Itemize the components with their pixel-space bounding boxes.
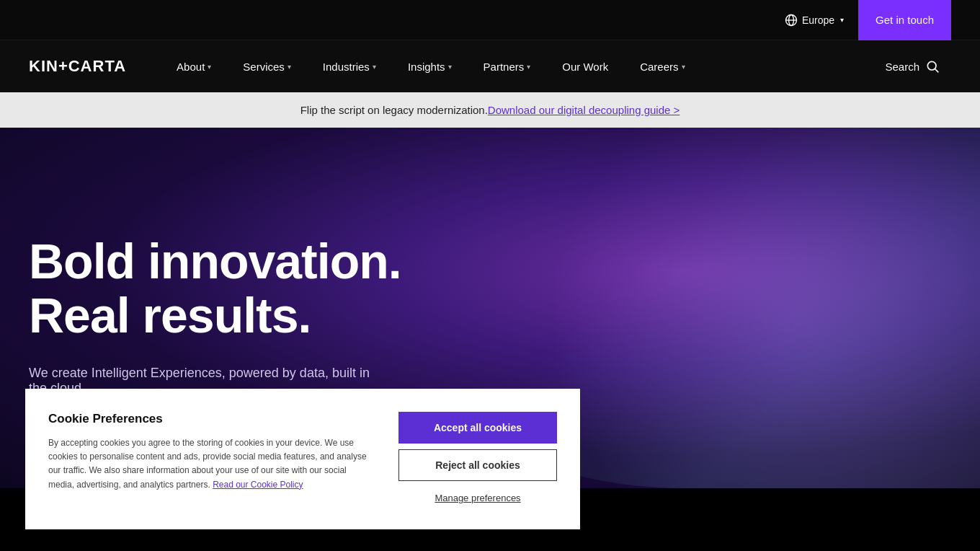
cookie-text-area: Cookie Preferences By accepting cookies … [48,412,370,488]
hero-title: Bold innovation. Real results. [29,234,461,343]
nav-item-insights[interactable]: Insights ▾ [392,40,468,92]
svg-line-4 [935,69,939,73]
nav-item-partners[interactable]: Partners ▾ [468,40,547,92]
reject-cookies-button[interactable]: Reject all cookies [398,449,557,481]
main-nav: KIN+CARTA About ▾ Services ▾ Industries … [0,40,980,92]
top-bar-right: Europe ▾ Get in touch [776,0,951,40]
promo-banner: Flip the script on legacy modernization.… [0,92,980,128]
banner-text: Flip the script on legacy modernization. [300,104,488,116]
logo[interactable]: KIN+CARTA [29,57,126,76]
cookie-inner: Cookie Preferences By accepting cookies … [48,412,557,488]
cookie-policy-link[interactable]: Read our Cookie Policy [213,480,303,488]
nav-item-industries[interactable]: Industries ▾ [307,40,392,92]
search-button[interactable]: Search [873,59,951,74]
cookie-title: Cookie Preferences [48,412,370,426]
cookie-modal: Cookie Preferences By accepting cookies … [25,389,580,488]
chevron-icon: ▾ [288,63,291,71]
nav-item-services[interactable]: Services ▾ [227,40,307,92]
chevron-icon: ▾ [682,63,685,71]
logo-text: KIN+CARTA [29,57,126,75]
chevron-icon: ▾ [373,63,376,71]
nav-links: About ▾ Services ▾ Industries ▾ Insights… [161,40,873,92]
chevron-icon: ▾ [527,63,530,71]
search-icon [925,59,940,74]
chevron-icon: ▾ [448,63,452,71]
cookie-actions: Accept all cookies Reject all cookies Ma… [398,412,557,488]
accept-cookies-button[interactable]: Accept all cookies [398,412,557,444]
cookie-body: By accepting cookies you agree to the st… [48,436,370,488]
region-label: Europe [802,14,834,26]
region-selector[interactable]: Europe ▾ [776,9,852,31]
chevron-down-icon: ▾ [840,16,844,24]
top-bar: Europe ▾ Get in touch [0,0,980,40]
manage-preferences-button[interactable]: Manage preferences [398,487,557,488]
svg-point-3 [927,61,936,70]
nav-item-about[interactable]: About ▾ [161,40,227,92]
search-label: Search [885,61,919,73]
banner-link[interactable]: Download our digital decoupling guide > [488,104,680,116]
get-in-touch-button[interactable]: Get in touch [858,0,951,40]
chevron-icon: ▾ [208,63,211,71]
nav-item-our-work[interactable]: Our Work [546,40,624,92]
nav-item-careers[interactable]: Careers ▾ [624,40,700,92]
globe-icon [785,14,798,27]
hero-content: Bold innovation. Real results. We create… [29,234,461,396]
